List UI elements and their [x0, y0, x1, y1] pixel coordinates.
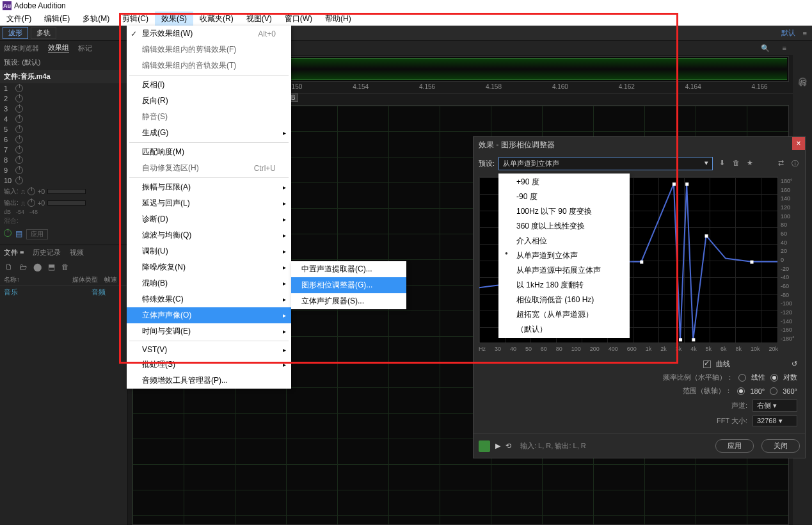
tab-history[interactable]: 历史记录: [33, 248, 61, 257]
menu-favorites[interactable]: 收藏夹(R): [193, 12, 240, 26]
menu-item[interactable]: 音频增效工具管理器(P)...: [127, 373, 291, 389]
tab-video[interactable]: 视频: [70, 248, 84, 257]
save-preset-icon[interactable]: ⬇: [717, 159, 727, 169]
menu-multitrack[interactable]: 多轨(M): [76, 12, 116, 26]
favorite-icon[interactable]: ★: [745, 159, 755, 169]
loop-icon[interactable]: ⟲: [506, 442, 511, 450]
power-icon[interactable]: [15, 125, 23, 133]
rack-slot[interactable]: 7: [0, 145, 127, 155]
menu-item[interactable]: 混响(B): [127, 275, 291, 291]
rack-slot[interactable]: 3: [0, 104, 127, 114]
new-file-icon[interactable]: 🗋: [5, 262, 13, 271]
power-icon[interactable]: [15, 166, 23, 174]
radio-log[interactable]: [770, 374, 778, 382]
rack-slot[interactable]: 2: [0, 93, 127, 104]
trash-icon[interactable]: 🗑: [61, 262, 69, 271]
preset-option[interactable]: 100Hz 以下 90 度变换: [498, 204, 630, 219]
close-button-footer[interactable]: 关闭: [761, 439, 800, 453]
menu-item[interactable]: 降噪/恢复(N): [127, 259, 291, 275]
play-icon[interactable]: ▶: [495, 442, 500, 450]
tab-effects-rack[interactable]: 效果组: [48, 43, 69, 53]
col-fps[interactable]: 帧速: [104, 275, 123, 284]
menu-item[interactable]: 批处理(S): [127, 357, 291, 373]
radio-180[interactable]: [737, 387, 745, 395]
power-icon[interactable]: [15, 85, 23, 92]
power-icon[interactable]: [15, 146, 23, 154]
radio-linear[interactable]: [738, 374, 746, 382]
power-icon[interactable]: [15, 105, 23, 113]
menu-item[interactable]: 显示效果组(W)Alt+0: [127, 26, 291, 42]
rack-slot[interactable]: 1: [0, 83, 127, 93]
menu-item[interactable]: 延迟与回声(L): [127, 195, 291, 211]
menu-window[interactable]: 窗口(W): [278, 12, 319, 26]
rack-slot[interactable]: 10: [0, 175, 127, 186]
menu-clip[interactable]: 剪辑(C): [116, 12, 155, 26]
preset-option[interactable]: 从单声道到立体声: [498, 248, 630, 263]
menu-item[interactable]: 诊断(D): [127, 211, 291, 227]
power-icon[interactable]: [28, 188, 35, 195]
rack-slot[interactable]: 6: [0, 134, 127, 145]
multitrack-view-button[interactable]: 多轨: [31, 27, 56, 39]
power-icon[interactable]: [28, 199, 35, 207]
menu-item[interactable]: 反相(I): [127, 77, 291, 93]
waveform-view-button[interactable]: 波形: [3, 27, 28, 39]
preset-option[interactable]: -90 度: [498, 190, 630, 204]
col-type[interactable]: 媒体类型: [72, 275, 104, 284]
list-icon[interactable]: ▤: [15, 229, 22, 239]
workspace-default[interactable]: 默认: [781, 28, 795, 38]
col-name[interactable]: 名称↑: [4, 275, 72, 284]
submenu-item[interactable]: 中置声道提取器(C)...: [291, 261, 406, 277]
power-icon[interactable]: [15, 95, 23, 102]
open-file-icon[interactable]: 🗁: [19, 262, 27, 271]
menu-edit[interactable]: 编辑(E): [38, 12, 76, 26]
menu-file[interactable]: 文件(F): [0, 12, 38, 26]
preset-option[interactable]: 360 度以上线性变换: [498, 219, 630, 234]
info-icon[interactable]: ⓘ: [790, 159, 800, 169]
radio-360[interactable]: [770, 387, 777, 395]
menu-item[interactable]: 滤波与均衡(Q): [127, 227, 291, 243]
preset-option[interactable]: 超拓宽（从单声道源）: [498, 307, 630, 322]
preset-option[interactable]: （默认）: [498, 322, 630, 337]
reset-icon[interactable]: ↺: [792, 360, 797, 368]
menu-help[interactable]: 帮助(H): [319, 12, 358, 26]
menu-item[interactable]: 时间与变调(E): [127, 323, 291, 339]
menu-item[interactable]: 生成(G): [127, 125, 291, 141]
submenu-item[interactable]: 立体声扩展器(S)...: [291, 293, 406, 309]
fx-power-button[interactable]: [479, 440, 490, 452]
power-icon[interactable]: [15, 115, 23, 123]
preset-option[interactable]: 从单声道源中拓展立体声: [498, 263, 630, 278]
apply-button-small[interactable]: 应用: [26, 229, 48, 239]
close-button[interactable]: ×: [792, 137, 805, 150]
rack-preset-value[interactable]: (默认): [22, 58, 40, 66]
menu-effects[interactable]: 效果(S): [155, 12, 193, 26]
preset-option[interactable]: 介入相位: [498, 234, 630, 248]
rack-slot[interactable]: 8: [0, 155, 127, 165]
channel-map-icon[interactable]: ⇄: [776, 159, 786, 169]
rack-slot[interactable]: 4: [0, 114, 127, 124]
rack-power-icon[interactable]: [4, 229, 12, 237]
list-view-icon[interactable]: ≡: [783, 44, 786, 52]
rack-slot[interactable]: 9: [0, 165, 127, 175]
tab-media-browser[interactable]: 媒体浏览器: [4, 44, 39, 53]
rack-slot[interactable]: 5: [0, 124, 127, 134]
menu-item[interactable]: 调制(U): [127, 243, 291, 259]
tab-files[interactable]: 文件 ≡: [4, 248, 24, 257]
curve-checkbox[interactable]: [703, 360, 711, 368]
menu-item[interactable]: 反向(R): [127, 93, 291, 109]
menu-item[interactable]: VST(V): [127, 343, 291, 357]
apply-button[interactable]: 应用: [715, 439, 754, 453]
preset-option[interactable]: +90 度: [498, 175, 630, 190]
submenu-item[interactable]: 图形相位调整器(G)...: [291, 277, 406, 293]
fx-preset-select[interactable]: 从单声道到立体声▾: [498, 157, 713, 170]
power-icon[interactable]: [15, 156, 23, 164]
record-icon[interactable]: ⬤: [33, 262, 42, 271]
menu-view[interactable]: 视图(V): [240, 12, 278, 26]
channel-select[interactable]: 右侧 ▾: [752, 400, 797, 412]
insert-icon[interactable]: ⬒: [48, 262, 55, 271]
preset-option[interactable]: 相位取消低音 (160 Hz): [498, 293, 630, 307]
preset-option[interactable]: 以 1kHz 180 度翻转: [498, 278, 630, 293]
power-icon[interactable]: [15, 136, 23, 143]
fft-select[interactable]: 32768 ▾: [752, 416, 797, 426]
file-list-item[interactable]: 音乐音频: [0, 286, 127, 298]
menu-item[interactable]: 立体声声像(O): [127, 307, 291, 323]
